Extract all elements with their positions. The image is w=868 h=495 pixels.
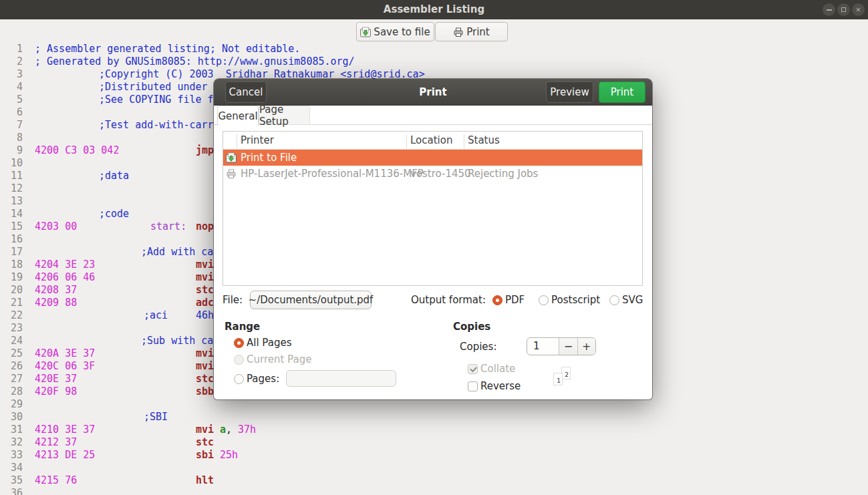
reverse-checkbox[interactable] bbox=[468, 381, 478, 391]
radio-svg[interactable] bbox=[609, 295, 619, 305]
printer-row-print-to-file[interactable]: Print to File bbox=[223, 150, 642, 166]
code-line: 324212 37stc bbox=[0, 436, 868, 449]
radio-svg-label: SVG bbox=[622, 294, 643, 306]
titlebar: Assembler Listing ✕ bbox=[0, 0, 868, 19]
file-chooser-button[interactable]: ~/Documents/output.pdf bbox=[250, 291, 372, 309]
copies-section-title: Copies bbox=[453, 321, 490, 333]
printer-row-hp-laserjet[interactable]: HP-LaserJet-Professional-M1136-MFP vostr… bbox=[223, 166, 642, 182]
copies-spinner: 1 − + bbox=[527, 337, 596, 355]
radio-current-page-label: Current Page bbox=[247, 353, 311, 365]
printer-status: Rejecting Jobs bbox=[468, 168, 538, 180]
dialog-tabs: General Page Setup bbox=[214, 106, 652, 125]
printer-name: HP-LaserJet-Professional-M1136-MFP bbox=[241, 168, 424, 180]
print-dialog-headerbar: Cancel Print Preview Print bbox=[214, 79, 652, 106]
code-line: 314210 3E 37mvia,37h bbox=[0, 424, 868, 436]
output-format-label: Output format: bbox=[411, 291, 486, 309]
radio-postscript[interactable] bbox=[539, 295, 549, 305]
printer-table-header: Printer Location Status bbox=[223, 132, 642, 150]
print-dialog: Cancel Print Preview Print General Page … bbox=[214, 79, 652, 399]
reverse-label: Reverse bbox=[480, 380, 521, 392]
pages-range-input[interactable] bbox=[286, 370, 396, 387]
code-line: 334213 DE 25sbi25h bbox=[0, 449, 868, 462]
radio-pages[interactable] bbox=[234, 374, 244, 384]
radio-pdf[interactable] bbox=[492, 295, 502, 305]
copies-label: Copies: bbox=[460, 341, 496, 353]
radio-all-pages[interactable] bbox=[234, 338, 244, 348]
code-line: 36 bbox=[0, 487, 868, 495]
print-button[interactable]: Print bbox=[599, 81, 645, 103]
radio-all-pages-label: All Pages bbox=[247, 337, 292, 349]
printer-icon bbox=[453, 27, 464, 37]
tab-general[interactable]: General bbox=[217, 106, 259, 126]
code-line: 34 bbox=[0, 462, 868, 474]
code-line: 354215 76hlt bbox=[0, 474, 868, 487]
close-icon[interactable]: ✕ bbox=[852, 3, 865, 16]
column-header-status[interactable]: Status bbox=[468, 134, 500, 146]
collate-label: Collate bbox=[480, 363, 515, 375]
printer-icon bbox=[226, 168, 237, 179]
code-line: 2; Generated by GNUSim8085: http://www.g… bbox=[0, 55, 868, 68]
radio-pages-label: Pages: bbox=[247, 373, 279, 385]
code-line: 1; Assembler generated listing; Not edit… bbox=[0, 43, 868, 55]
code-line: 29 bbox=[0, 398, 868, 411]
printer-location: vostro-1450 bbox=[410, 168, 471, 180]
minimize-icon[interactable] bbox=[823, 3, 835, 16]
copies-value[interactable]: 1 bbox=[527, 338, 559, 355]
file-label: File: bbox=[223, 291, 243, 309]
column-header-printer[interactable]: Printer bbox=[241, 134, 274, 146]
code-line: 30;SBI bbox=[0, 411, 868, 424]
range-section-title: Range bbox=[225, 321, 260, 333]
copies-decrement-button[interactable]: − bbox=[559, 338, 577, 355]
maximize-icon[interactable] bbox=[837, 3, 850, 16]
printer-table: Printer Location Status Print to File bbox=[223, 131, 643, 286]
collate-preview-page-1: 1 bbox=[553, 373, 563, 385]
radio-postscript-label: Postscript bbox=[551, 294, 600, 306]
save-icon bbox=[360, 27, 371, 37]
save-to-file-label: Save to file bbox=[374, 26, 430, 38]
collate-checkbox bbox=[468, 364, 478, 374]
save-icon bbox=[226, 152, 237, 163]
preview-button[interactable]: Preview bbox=[546, 81, 593, 103]
print-toolbar-label: Print bbox=[466, 26, 490, 38]
radio-pdf-label: PDF bbox=[505, 294, 525, 306]
column-header-location[interactable]: Location bbox=[410, 134, 452, 146]
tab-page-setup[interactable]: Page Setup bbox=[259, 106, 310, 125]
collate-preview-page-2: 2 bbox=[561, 367, 571, 379]
radio-current-page bbox=[234, 355, 244, 365]
copies-increment-button[interactable]: + bbox=[577, 338, 595, 355]
printer-name: Print to File bbox=[241, 152, 297, 164]
window-title: Assembler Listing bbox=[0, 0, 868, 19]
